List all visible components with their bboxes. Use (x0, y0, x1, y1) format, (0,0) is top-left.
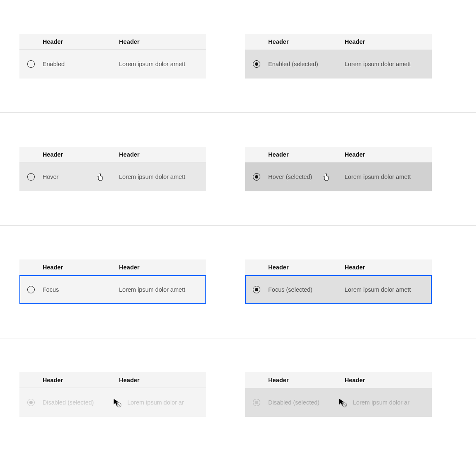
radio-icon[interactable] (27, 173, 35, 181)
radio-cell[interactable] (19, 60, 43, 68)
example-disabled-selected: Header Header Disabled (selected) Lorem … (245, 372, 432, 417)
row-label: Focus (43, 286, 119, 293)
row-value: Lorem ipsum dolor amett (119, 286, 206, 293)
row-label: Focus (selected) (268, 286, 345, 293)
table-header-row: Header Header (19, 259, 206, 275)
example-focus: Header Header Focus Lorem ipsum dolor am… (19, 259, 206, 304)
row-value: Lorem ipsum dolor ar (334, 399, 432, 406)
table-header-row: Header Header (19, 34, 206, 50)
table-header-row: Header Header (245, 34, 432, 50)
example-enabled: Header Header Enabled Lorem ipsum dolor … (19, 34, 206, 79)
table-header-row: Header Header (245, 259, 432, 275)
section-enabled: Header Header Enabled Lorem ipsum dolor … (0, 0, 476, 113)
row-label: Disabled (selected) (43, 399, 109, 406)
column-header-1: Header (43, 377, 119, 383)
column-header-2: Header (345, 151, 432, 158)
table-row[interactable]: Enabled Lorem ipsum dolor amett (19, 50, 206, 79)
table-row: Disabled (selected) Lorem ipsum dolor ar (19, 388, 206, 417)
table-header-row: Header Header (245, 147, 432, 162)
table-row[interactable]: Hover (selected) Lorem ipsum dolor amett (245, 162, 432, 191)
table: Header Header Hover (selected) Lorem ips… (245, 147, 432, 191)
example-enabled-selected: Header Header Enabled (selected) Lorem i… (245, 34, 432, 79)
section-hover: Header Header Hover Lorem ipsum dolor am… (0, 113, 476, 226)
radio-icon-selected[interactable] (253, 173, 260, 181)
table: Header Header Disabled (selected) Lorem … (245, 372, 432, 417)
table: Header Header Disabled (selected) Lorem … (19, 372, 206, 417)
row-label: Enabled (selected) (268, 61, 345, 67)
column-header-1: Header (268, 151, 345, 158)
radio-cell[interactable] (245, 286, 268, 293)
radio-cell[interactable] (19, 173, 43, 181)
radio-icon[interactable] (27, 286, 35, 293)
row-value: Lorem ipsum dolor amett (345, 286, 432, 293)
radio-icon-disabled (253, 399, 260, 406)
radio-icon-selected[interactable] (253, 60, 260, 68)
radio-cell[interactable] (19, 286, 43, 293)
row-label: Hover (43, 174, 119, 180)
radio-cell (19, 399, 43, 406)
column-header-1: Header (43, 38, 119, 45)
row-value: Lorem ipsum dolor amett (119, 174, 206, 180)
section-disabled: Header Header Disabled (selected) Lorem … (0, 338, 476, 451)
table-row[interactable]: Focus (selected) Lorem ipsum dolor amett (245, 275, 432, 304)
example-focus-selected: Header Header Focus (selected) Lorem ips… (245, 259, 432, 304)
table-row[interactable]: Enabled (selected) Lorem ipsum dolor ame… (245, 50, 432, 79)
example-hover: Header Header Hover Lorem ipsum dolor am… (19, 147, 206, 191)
column-header-2: Header (345, 38, 432, 45)
column-header-2: Header (345, 377, 432, 383)
table: Header Header Enabled (selected) Lorem i… (245, 34, 432, 79)
table-row[interactable]: Focus Lorem ipsum dolor amett (19, 275, 206, 304)
table-row[interactable]: Hover Lorem ipsum dolor amett (19, 162, 206, 191)
example-hover-selected: Header Header Hover (selected) Lorem ips… (245, 147, 432, 191)
column-header-1: Header (268, 264, 345, 271)
radio-cell[interactable] (245, 173, 268, 181)
table-header-row: Header Header (245, 372, 432, 388)
column-header-2: Header (119, 151, 206, 158)
column-header-1: Header (43, 264, 119, 271)
radio-cell (245, 399, 268, 406)
column-header-2: Header (119, 377, 206, 383)
row-value: Lorem ipsum dolor amett (345, 61, 432, 67)
radio-icon-selected[interactable] (253, 286, 260, 293)
column-header-1: Header (268, 38, 345, 45)
table-header-row: Header Header (19, 372, 206, 388)
row-label: Hover (selected) (268, 174, 345, 180)
table: Header Header Focus Lorem ipsum dolor am… (19, 259, 206, 304)
row-label: Enabled (43, 61, 119, 67)
radio-icon-disabled (27, 399, 35, 406)
column-header-2: Header (345, 264, 432, 271)
column-header-2: Header (119, 264, 206, 271)
radio-cell[interactable] (245, 60, 268, 68)
row-value: Lorem ipsum dolor amett (345, 174, 432, 180)
row-value: Lorem ipsum dolor ar (109, 399, 206, 406)
column-header-2: Header (119, 38, 206, 45)
row-label: Disabled (selected) (268, 399, 334, 406)
column-header-1: Header (268, 377, 345, 383)
radio-icon[interactable] (27, 60, 35, 68)
row-value: Lorem ipsum dolor amett (119, 61, 206, 67)
example-disabled: Header Header Disabled (selected) Lorem … (19, 372, 206, 417)
table-header-row: Header Header (19, 147, 206, 162)
table: Header Header Enabled Lorem ipsum dolor … (19, 34, 206, 79)
section-focus: Header Header Focus Lorem ipsum dolor am… (0, 226, 476, 338)
column-header-1: Header (43, 151, 119, 158)
table: Header Header Hover Lorem ipsum dolor am… (19, 147, 206, 191)
table: Header Header Focus (selected) Lorem ips… (245, 259, 432, 304)
table-row: Disabled (selected) Lorem ipsum dolor ar (245, 388, 432, 417)
